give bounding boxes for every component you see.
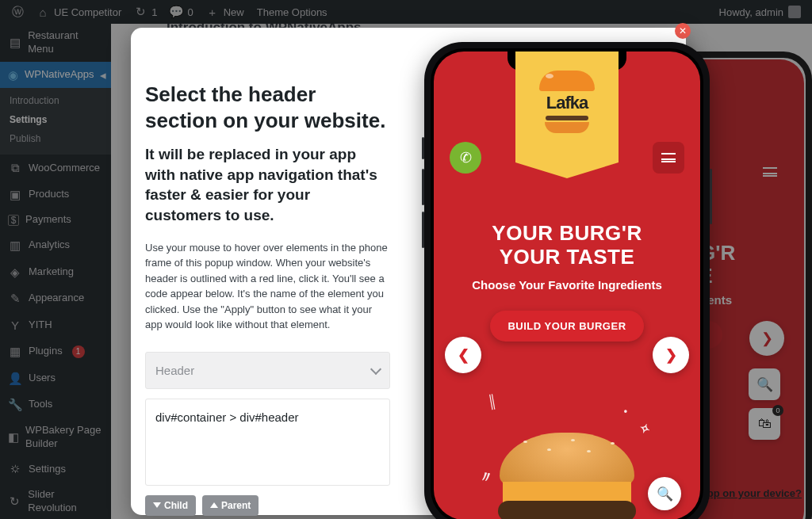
child-label: Child <box>164 500 188 511</box>
logo-bun-icon <box>539 71 595 91</box>
hero-sub: Choose Your Favorite Ingredients <box>458 277 676 293</box>
search-icon: 🔍 <box>657 486 673 502</box>
modal-title: Select the header section on your websit… <box>145 82 390 133</box>
phone-mockup: Lafka ✆ YOUR BURG'R YOUR TASTE Choose Yo… <box>424 42 710 519</box>
close-button[interactable]: ✕ <box>675 23 691 39</box>
parent-label: Parent <box>221 500 251 511</box>
triangle-up-icon <box>210 502 218 508</box>
hero-section: YOUR BURG'R YOUR TASTE Choose Your Favor… <box>434 222 700 342</box>
hamburger-icon <box>661 153 676 162</box>
modal-subtitle: It will be replaced in your app with nat… <box>145 144 390 226</box>
sparkle-icon: ║ <box>487 394 498 410</box>
phone-screen[interactable]: Lafka ✆ YOUR BURG'R YOUR TASTE Choose Yo… <box>434 52 700 519</box>
logo-patty-icon <box>546 116 588 120</box>
burger-image <box>484 425 650 519</box>
phone-search-button[interactable]: 🔍 <box>648 477 681 510</box>
parent-button[interactable]: Parent <box>202 495 259 516</box>
select-placeholder: Header <box>155 364 194 377</box>
logo-banner[interactable]: Lafka <box>515 52 619 162</box>
section-select[interactable]: Header <box>145 352 390 389</box>
brand-name: Lafka <box>546 93 588 113</box>
sparkle-icon: • <box>624 406 627 417</box>
phone-icon: ✆ <box>460 149 472 166</box>
header-selector-modal: ✕ Select the header section on your webs… <box>131 28 686 515</box>
logo-bun-bottom-icon <box>545 122 589 133</box>
modal-description: Use your mouse to hover over elements in… <box>145 240 390 333</box>
selector-code: div#container > div#header <box>155 410 299 424</box>
call-button[interactable]: ✆ <box>450 142 481 174</box>
slider-prev[interactable]: ❮ <box>445 337 481 373</box>
hero-line1: YOUR BURG'R <box>458 222 676 246</box>
slider-next[interactable]: ❯ <box>653 337 689 373</box>
build-burger-button[interactable]: BUILD YOUR BURGER <box>490 311 643 342</box>
triangle-down-icon <box>153 502 161 508</box>
hamburger-menu[interactable] <box>653 142 684 174</box>
selector-output[interactable]: div#container > div#header <box>145 399 390 486</box>
child-button[interactable]: Child <box>145 495 196 516</box>
hero-line2: YOUR TASTE <box>458 246 676 269</box>
